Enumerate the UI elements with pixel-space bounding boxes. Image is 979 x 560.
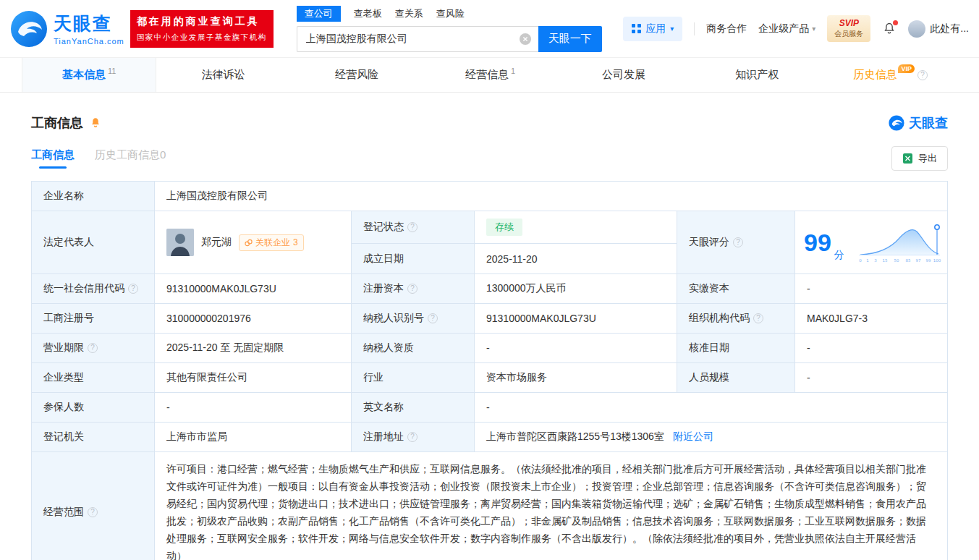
tab-operating-risk[interactable]: 经营风险: [290, 58, 423, 92]
watermark-brand-name: 天眼查: [909, 114, 948, 132]
score-distribution-chart: 0 1 3 15 50 85 97 99 100: [856, 221, 941, 264]
tab-label: 经营信息: [465, 68, 509, 82]
search-input[interactable]: [297, 26, 538, 52]
label-registered-address: 注册地址 ?: [352, 423, 475, 452]
search-tab-boss[interactable]: 查老板: [354, 6, 382, 22]
status-date-block: 登记状态 ? 存续 成立日期 2025-11-20: [352, 211, 677, 274]
registered-address-value: 上海市普陀区西康路1255号13楼1306室: [486, 430, 664, 444]
legal-rep-name[interactable]: 郑元湖: [201, 236, 232, 249]
svg-text:0: 0: [859, 258, 862, 263]
registration-authority-value: 上海市市监局: [155, 423, 352, 452]
score-value: 99: [804, 230, 831, 255]
label-paid-capital: 实缴资本: [677, 274, 795, 304]
divider: [694, 22, 695, 35]
help-icon[interactable]: ?: [753, 313, 763, 323]
search-tab-risk[interactable]: 查风险: [436, 6, 465, 22]
label-english-name: 英文名称: [352, 393, 475, 423]
tianyan-score-cell: 99 分 0 1 3 15 50 85 97: [795, 211, 948, 274]
svg-text:15: 15: [883, 258, 888, 263]
svg-text:100: 100: [933, 258, 941, 263]
label-business-term: 营业期限 ?: [32, 334, 155, 363]
help-icon[interactable]: ?: [733, 237, 743, 247]
notification-bell-icon[interactable]: [882, 22, 897, 36]
link-icon: [245, 239, 253, 247]
tab-basic-info[interactable]: 基本信息 11: [22, 58, 156, 92]
help-icon[interactable]: ?: [128, 284, 138, 294]
tab-label: 经营风险: [335, 68, 378, 82]
subtab-business-info[interactable]: 工商信息: [31, 148, 75, 169]
related-companies-count: 3: [293, 237, 298, 247]
help-icon[interactable]: ?: [407, 222, 418, 232]
related-companies-label: 关联企业: [255, 237, 290, 249]
industry-value: 资本市场服务: [475, 363, 677, 393]
label-establish-date: 成立日期: [352, 244, 475, 274]
label-tianyan-score: 天眼评分 ?: [677, 211, 795, 274]
apps-grid-icon: [632, 24, 641, 33]
user-menu[interactable]: 此处有...: [908, 20, 969, 38]
registration-status-cell: 存续: [475, 211, 677, 244]
paid-capital-value: -: [795, 274, 948, 304]
related-companies-tag[interactable]: 关联企业 3: [239, 234, 304, 251]
credit-code-value: 91310000MAK0JLG73U: [155, 274, 352, 304]
company-name-value: 上海国茂控股有限公司: [155, 182, 948, 211]
search-tab-relation[interactable]: 查关系: [395, 6, 423, 22]
monitor-bell-icon[interactable]: [89, 116, 102, 130]
approve-date-value: -: [795, 334, 948, 363]
table-row: 企业名称 上海国茂控股有限公司: [32, 182, 948, 211]
score-unit: 分: [834, 249, 844, 262]
tab-intellectual-property[interactable]: 知识产权: [690, 58, 823, 92]
registered-capital-value: 1300000万人民币: [475, 274, 677, 304]
svip-member-badge[interactable]: SVIP 会员服务: [827, 15, 870, 42]
label-taxpayer-quality: 纳税人资质: [352, 334, 475, 363]
export-button[interactable]: 导出: [891, 146, 948, 171]
registration-number-value: 310000000201976: [155, 304, 352, 334]
legal-rep-avatar[interactable]: [166, 229, 194, 256]
business-cooperation-link[interactable]: 商务合作: [706, 22, 747, 35]
label-staff-size: 人员规模: [677, 363, 795, 393]
legal-representative-cell: 郑元湖 关联企业 3: [155, 211, 352, 274]
tab-legal-proceedings[interactable]: 法律诉讼: [156, 58, 289, 92]
tab-label: 知识产权: [735, 68, 779, 82]
label-company-name: 企业名称: [32, 182, 155, 211]
excel-export-icon: [902, 153, 913, 164]
svg-text:1: 1: [866, 258, 869, 263]
help-icon[interactable]: ?: [88, 343, 98, 353]
tianyancha-logo-icon: [10, 10, 48, 48]
business-term-value: 2025-11-20 至 无固定期限: [155, 334, 352, 363]
tab-history-info[interactable]: 历史信息 VIP ?: [824, 58, 957, 92]
business-info-subtabs: 工商信息 历史工商信息0: [31, 148, 166, 169]
nearby-companies-link[interactable]: 附近公司: [673, 430, 713, 444]
vip-badge: VIP: [898, 64, 915, 73]
apps-button[interactable]: 应用 ▾: [623, 17, 682, 41]
registered-address-cell: 上海市普陀区西康路1255号13楼1306室 附近公司: [475, 423, 948, 452]
help-icon[interactable]: ?: [428, 313, 438, 323]
apps-label: 应用: [645, 22, 666, 35]
search-tab-company[interactable]: 查公司: [297, 6, 341, 22]
help-icon[interactable]: ?: [407, 284, 418, 294]
label-credit-code: 统一社会信用代码 ?: [32, 274, 155, 304]
user-name: 此处有...: [930, 22, 969, 35]
tab-count-badge: 11: [108, 67, 116, 75]
tab-company-development[interactable]: 公司发展: [557, 58, 690, 92]
search-button[interactable]: 天眼一下: [538, 26, 602, 52]
subtab-history-business-info[interactable]: 历史工商信息0: [95, 148, 166, 169]
help-icon[interactable]: ?: [88, 507, 98, 517]
slogan-banner: 都在用的商业查询工具 国家中小企业发展子基金旗下机构: [130, 10, 274, 48]
clear-search-icon[interactable]: [520, 33, 531, 45]
label-company-type: 企业类型: [32, 363, 155, 393]
enterprise-products-link[interactable]: 企业级产品 ▾: [758, 22, 815, 35]
tab-operating-info[interactable]: 经营信息 1: [423, 58, 556, 92]
help-icon[interactable]: ?: [407, 432, 418, 442]
search-type-tabs: 查公司 查老板 查关系 查风险: [297, 6, 602, 22]
tab-label: 公司发展: [602, 68, 645, 82]
tab-label: 基本信息: [62, 68, 106, 82]
notification-dot: [893, 20, 898, 25]
tab-label: 法律诉讼: [202, 68, 245, 82]
insured-count-value: -: [155, 393, 352, 423]
help-icon[interactable]: ?: [917, 70, 928, 80]
english-name-value: -: [475, 393, 948, 423]
tianyancha-logo[interactable]: 天眼查 TianYanCha.com: [10, 10, 124, 48]
table-row: 法定代表人 郑元湖 关联企业 3: [32, 211, 948, 274]
section-title: 工商信息: [31, 114, 83, 132]
tab-count-badge: 1: [511, 67, 515, 75]
